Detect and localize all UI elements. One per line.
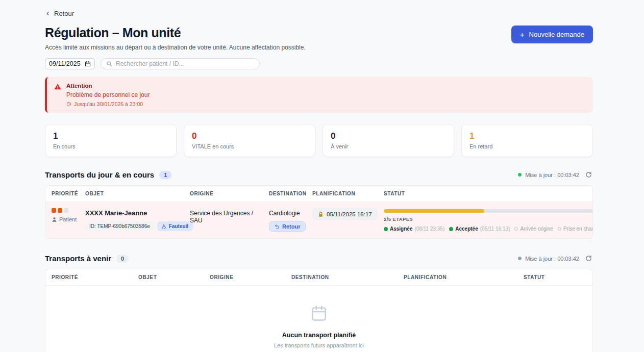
current-section-count-badge: 1	[159, 171, 171, 179]
alert-banner: Attention Problème de personnel ce jour …	[45, 77, 593, 113]
status-step: Prise en charge	[558, 226, 593, 232]
stat-value: 1	[53, 131, 168, 141]
planned-datetime: 05/11/2025 16:17	[327, 211, 372, 217]
steps-count-label: 2/5 ÉTAPES	[384, 216, 413, 222]
wheelchair-icon	[162, 224, 167, 229]
stat-card-en-cours: 1 En cours	[45, 124, 177, 157]
col-priorite: PRIORITÉ	[45, 186, 79, 202]
col-planification: PLANIFICATION	[398, 269, 517, 285]
step-dot-icon	[384, 227, 388, 231]
title-block: Régulation – Mon unité Accès limité aux …	[45, 26, 306, 51]
col-objet: OBJET	[79, 186, 184, 202]
live-dot-icon	[518, 257, 522, 260]
search-input[interactable]	[116, 60, 254, 67]
status-step: Assignée (08/11 23:35)	[384, 226, 444, 232]
planned-datetime-badge: 05/11/2025 16:17	[312, 208, 378, 220]
status-step: Arrivée origine	[514, 226, 553, 232]
upcoming-section-count-badge: 0	[116, 255, 129, 263]
live-dot-icon	[518, 173, 522, 177]
step-time: (05/11 16:13)	[480, 226, 510, 232]
refresh-icon	[585, 255, 592, 262]
col-objet: OBJET	[132, 269, 204, 285]
refresh-button[interactable]	[584, 170, 593, 179]
alert-until-line: Jusqu'au 30/01/2026 à 23:00	[66, 101, 150, 107]
updated-text: Mise à jour : 00:03:42	[525, 172, 579, 178]
person-icon	[52, 217, 57, 222]
current-section-title: Transports du jour & en cours	[45, 170, 154, 179]
calendar-empty-icon	[310, 304, 328, 322]
step-dot-icon	[558, 227, 561, 231]
step-label: Prise en charge	[563, 226, 593, 232]
table-header-row: PRIORITÉ OBJET ORIGINE DESTINATION PLANI…	[45, 269, 592, 286]
priority-square	[52, 208, 56, 213]
page-header: Régulation – Mon unité Accès limité aux …	[45, 26, 593, 51]
empty-state-subtitle: Les transports futurs apparaîtront ici	[45, 342, 592, 348]
search-icon	[106, 61, 112, 67]
current-section-header: Transports du jour & en cours 1 Mise à j…	[45, 170, 593, 179]
progress-meta: 2/5 ÉTAPES 40%	[384, 216, 593, 222]
transport-type-label: Patient	[59, 216, 77, 222]
destination-text: Cardiologie	[269, 210, 300, 217]
object-cell: XXXX Marie-Jeanne ID: TEMP-690b67503586e…	[79, 208, 184, 232]
main-content: Retour Régulation – Mon unité Accès limi…	[0, 0, 644, 352]
stat-value: 1	[469, 131, 585, 141]
date-input[interactable]: 09/11/2025	[45, 58, 95, 69]
object-badges: ID: TEMP-690b67503586e Fauteuil	[85, 221, 178, 231]
transport-row[interactable]: Patient XXXX Marie-Jeanne ID: TEMP-690b6…	[45, 202, 592, 238]
date-value: 09/11/2025	[49, 60, 81, 67]
current-section-title-block: Transports du jour & en cours 1	[45, 170, 171, 179]
col-statut: STATUT	[378, 186, 592, 202]
page-title: Régulation – Mon unité	[45, 26, 306, 40]
col-origine: ORIGINE	[204, 269, 285, 285]
col-destination: DESTINATION	[263, 186, 306, 202]
back-link[interactable]: Retour	[45, 10, 74, 17]
upcoming-section-title: Transports à venir	[45, 254, 111, 263]
updated-text: Mise à jour : 00:03:42	[525, 256, 579, 262]
stat-card-en-retard: 1 En retard	[461, 124, 593, 157]
transport-id-badge: ID: TEMP-690b67503586e	[85, 221, 154, 231]
lock-icon	[318, 212, 324, 217]
stat-card-a-venir: 0 À venir	[323, 124, 454, 157]
alert-until-text: Jusqu'au 30/01/2026 à 23:00	[74, 101, 143, 107]
origin-text: Service des Urgences / SAU	[190, 210, 257, 224]
upcoming-transports-table: PRIORITÉ OBJET ORIGINE DESTINATION PLANI…	[45, 269, 593, 352]
step-time: (08/11 23:35)	[414, 226, 444, 232]
alert-body: Attention Problème de personnel ce jour …	[66, 83, 150, 107]
back-label: Retour	[54, 10, 74, 17]
refresh-button[interactable]	[584, 254, 593, 263]
col-planification: PLANIFICATION	[306, 186, 378, 202]
status-cell: 2/5 ÉTAPES 40% Assignée (08/11 23:35) Ac…	[378, 208, 593, 232]
stat-value: 0	[331, 131, 446, 141]
priority-square	[58, 208, 62, 213]
upcoming-section-status: Mise à jour : 00:03:42	[518, 254, 593, 263]
destination-cell: Cardiologie Retour	[263, 208, 306, 232]
stat-label: VITALE en cours	[192, 143, 307, 149]
return-badge: Retour	[269, 221, 306, 232]
status-steps: Assignée (08/11 23:35) Acceptée (05/11 1…	[384, 226, 593, 232]
current-section-status: Mise à jour : 00:03:42	[518, 170, 593, 179]
upcoming-section-header: Transports à venir 0 Mise à jour : 00:03…	[45, 254, 593, 263]
progress-bar-fill	[384, 209, 484, 213]
alert-title: Attention	[66, 83, 150, 89]
col-origine: ORIGINE	[184, 186, 263, 202]
empty-state-title: Aucun transport planifié	[45, 332, 592, 339]
new-request-button[interactable]: + Nouvelle demande	[511, 26, 593, 43]
filters-row: 09/11/2025	[45, 58, 593, 69]
step-dot-icon	[514, 227, 518, 231]
transport-type: Patient	[52, 216, 73, 222]
priority-square	[64, 208, 68, 213]
page-subtitle: Accès limité aux missions au départ ou à…	[45, 44, 306, 51]
planning-cell: 05/11/2025 16:17	[306, 208, 378, 232]
search-box	[101, 58, 260, 69]
patient-name: XXXX Marie-Jeanne	[85, 209, 178, 217]
clock-icon	[66, 102, 71, 107]
new-request-label: Nouvelle demande	[529, 31, 584, 38]
calendar-icon	[85, 61, 91, 67]
table-header-row: PRIORITÉ OBJET ORIGINE DESTINATION PLANI…	[45, 186, 592, 202]
plus-icon: +	[520, 31, 525, 38]
priority-cell: Patient	[45, 208, 79, 232]
step-label: Assignée	[390, 226, 412, 232]
stat-card-vitale: 0 VITALE en cours	[184, 124, 315, 157]
stat-label: À venir	[331, 143, 446, 149]
progress-bar	[384, 209, 593, 213]
